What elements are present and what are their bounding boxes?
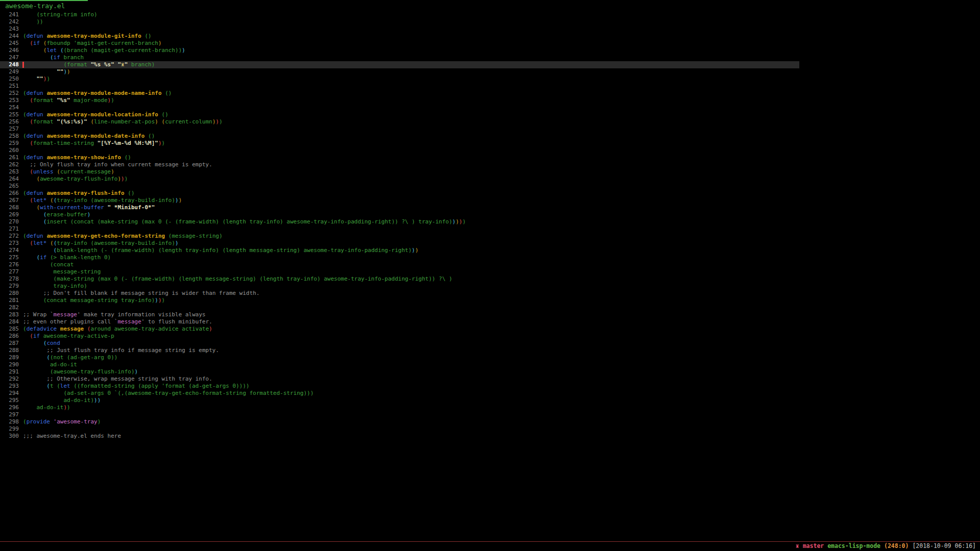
code-line[interactable]: 243 — [0, 26, 980, 33]
code-line[interactable]: 254 — [0, 104, 980, 111]
line-number: 288 — [0, 347, 23, 354]
code-line[interactable]: 274 (blank-length (- (frame-width) (leng… — [0, 247, 980, 254]
code-text: (make-string (max 0 (- (frame-width) (le… — [23, 276, 452, 283]
code-line[interactable]: 282 — [0, 304, 980, 311]
line-number: 247 — [0, 54, 23, 61]
line-number: 273 — [0, 240, 23, 247]
code-line[interactable]: 288 ;; Just flush tray info if message s… — [0, 347, 980, 354]
code-line[interactable]: 265 — [0, 183, 980, 190]
code-line[interactable]: 267 (let* ((tray-info (awesome-tray-buil… — [0, 197, 980, 204]
code-text: (cond — [23, 340, 60, 347]
code-line[interactable]: 252(defun awesome-tray-module-mode-name-… — [0, 90, 980, 97]
emacs-frame: { "buffer": { "title": "awesome-tray.el"… — [0, 0, 980, 551]
code-text: (concat message-string tray-info)))) — [23, 297, 165, 304]
code-line[interactable]: 259 (format-time-string "[%Y-%m-%d %H:%M… — [0, 140, 980, 147]
code-line[interactable]: 275 (if (> blank-length 0) — [0, 254, 980, 261]
line-number: 298 — [0, 418, 23, 425]
code-text: (defun awesome-tray-module-date-info () — [23, 133, 155, 140]
code-line[interactable]: 257 — [0, 126, 980, 133]
line-number: 254 — [0, 104, 23, 111]
code-line[interactable]: 291 (awesome-tray-flush-info)) — [0, 368, 980, 375]
code-line[interactable]: 289 ((not (ad-get-arg 0)) — [0, 354, 980, 361]
code-line[interactable]: 242 )) — [0, 18, 980, 26]
line-number: 241 — [0, 11, 23, 18]
line-number: 253 — [0, 97, 23, 104]
code-line[interactable]: 263 (unless (current-message) — [0, 168, 980, 176]
line-number: 295 — [0, 397, 23, 404]
code-line[interactable]: 287 (cond — [0, 340, 980, 347]
line-number: 263 — [0, 168, 23, 176]
line-number: 284 — [0, 318, 23, 325]
code-line[interactable]: 278 (make-string (max 0 (- (frame-width)… — [0, 276, 980, 283]
line-number: 258 — [0, 133, 23, 140]
code-line[interactable]: 295 ad-do-it))) — [0, 397, 980, 404]
code-line[interactable]: 244(defun awesome-tray-module-git-info (… — [0, 33, 980, 40]
code-line[interactable]: 270 (insert (concat (make-string (max 0 … — [0, 218, 980, 226]
code-line[interactable]: 246 (let ((branch (magit-get-current-bra… — [0, 47, 980, 54]
line-number: 293 — [0, 383, 23, 390]
code-text: ad-do-it))) — [23, 397, 101, 404]
line-number: 286 — [0, 333, 23, 340]
code-line[interactable]: 269 (erase-buffer) — [0, 211, 980, 218]
code-line[interactable]: 292 ;; Otherwise, wrap message string wi… — [0, 375, 980, 383]
code-text: ;; even other plugins call `message' to … — [23, 318, 212, 325]
line-number: 267 — [0, 197, 23, 204]
code-line[interactable]: 285(defadvice message (around awesome-tr… — [0, 325, 980, 333]
line-number: 283 — [0, 311, 23, 318]
code-line[interactable]: 293 (t (let ((formatted-string (apply 'f… — [0, 383, 980, 390]
line-number: 292 — [0, 375, 23, 383]
code-text: (if awesome-tray-active-p — [23, 333, 114, 340]
code-line[interactable]: 283;; Wrap `message' make tray informati… — [0, 311, 980, 318]
code-line[interactable]: 284;; even other plugins call `message' … — [0, 318, 980, 325]
code-line[interactable]: 261(defun awesome-tray-show-info () — [0, 154, 980, 161]
code-line[interactable]: 279 tray-info) — [0, 283, 980, 290]
code-line[interactable]: 300;;; awesome-tray.el ends here — [0, 433, 980, 440]
code-line[interactable]: 299 — [0, 425, 980, 433]
code-line[interactable]: 245 (if (fboundp 'magit-get-current-bran… — [0, 40, 980, 47]
code-line[interactable]: 280 ;; Don't fill blank if message strin… — [0, 290, 980, 297]
code-line[interactable]: 248 (format "%s %s" "♜" branch) — [0, 61, 799, 68]
code-text: ad-do-it — [23, 361, 77, 368]
line-number: 289 — [0, 354, 23, 361]
code-line[interactable]: 271 — [0, 226, 980, 233]
code-text: )) — [23, 18, 43, 26]
code-line[interactable]: 277 message-string — [0, 268, 980, 276]
code-line[interactable]: 250 "")) — [0, 76, 980, 83]
code-line[interactable]: 296 ad-do-it)) — [0, 404, 980, 411]
code-line[interactable]: 272(defun awesome-tray-get-echo-format-s… — [0, 233, 980, 240]
line-number: 276 — [0, 261, 23, 268]
code-line[interactable]: 260 — [0, 147, 980, 154]
code-line[interactable]: 294 (ad-set-args 0 `(,(awesome-tray-get-… — [0, 390, 980, 397]
code-line[interactable]: 258(defun awesome-tray-module-date-info … — [0, 133, 980, 140]
code-line[interactable]: 253 (format "%s" major-mode)) — [0, 97, 980, 104]
code-line[interactable]: 276 (concat — [0, 261, 980, 268]
line-number: 280 — [0, 290, 23, 297]
code-line[interactable]: 247 (if branch — [0, 54, 980, 61]
code-line[interactable]: 262 ;; Only flush tray info when current… — [0, 161, 980, 168]
code-line[interactable]: 249 "")) — [0, 68, 980, 76]
code-line[interactable]: 266(defun awesome-tray-flush-info () — [0, 190, 980, 197]
line-number: 264 — [0, 176, 23, 183]
modeline-git-branch: ♜ master — [796, 542, 824, 549]
code-line[interactable]: 264 (awesome-tray-flush-info))) — [0, 176, 980, 183]
code-line[interactable]: 298(provide 'awesome-tray) — [0, 418, 980, 425]
line-number: 300 — [0, 433, 23, 440]
active-tab-indicator — [0, 0, 88, 1]
code-line[interactable]: 268 (with-current-buffer " *Minibuf-0*" — [0, 204, 980, 211]
code-text: (insert (concat (make-string (max 0 (- (… — [23, 218, 466, 226]
code-line[interactable]: 297 — [0, 411, 980, 418]
code-text: ;; Wrap `message' make tray information … — [23, 311, 206, 318]
line-number: 261 — [0, 154, 23, 161]
code-line[interactable]: 281 (concat message-string tray-info)))) — [0, 297, 980, 304]
code-line[interactable]: 273 (let* ((tray-info (awesome-tray-buil… — [0, 240, 980, 247]
code-line[interactable]: 241 (string-trim info) — [0, 11, 980, 18]
code-text: (if branch — [23, 54, 84, 61]
code-line[interactable]: 290 ad-do-it — [0, 361, 980, 368]
code-area[interactable]: 241 (string-trim info)242 ))243244(defun… — [0, 11, 980, 440]
code-line[interactable]: 256 (format "(%s:%s)" (line-number-at-po… — [0, 118, 980, 126]
line-number: 279 — [0, 283, 23, 290]
code-line[interactable]: 286 (if awesome-tray-active-p — [0, 333, 980, 340]
line-number: 260 — [0, 147, 23, 154]
code-line[interactable]: 255(defun awesome-tray-module-location-i… — [0, 111, 980, 118]
code-line[interactable]: 251 — [0, 83, 980, 90]
